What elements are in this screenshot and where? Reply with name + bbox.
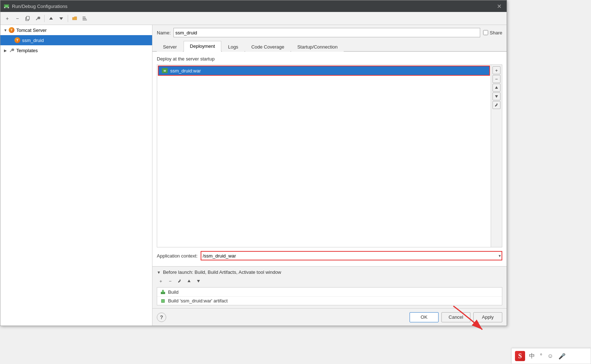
svg-rect-5 (26, 16, 29, 20)
cancel-button[interactable]: Cancel (441, 312, 470, 322)
toolbar-separator-1 (44, 15, 45, 22)
deploy-edit-button[interactable] (492, 101, 500, 109)
name-input[interactable] (173, 28, 480, 37)
bl-edit-icon (177, 279, 182, 283)
tab-startup-connection[interactable]: Startup/Connection (291, 42, 344, 52)
templates-icon (8, 47, 15, 54)
bl-add-button[interactable]: + (157, 277, 165, 285)
bl-remove-button[interactable]: − (166, 277, 174, 285)
before-launch-toggle[interactable]: ▼ (157, 270, 161, 275)
apply-button[interactable]: Apply (473, 312, 502, 322)
before-launch-toolbar: + − (157, 277, 502, 285)
edit-icon (494, 103, 499, 107)
deploy-section-label: Deploy at the server startup (157, 56, 502, 62)
move-down-button[interactable] (56, 14, 66, 23)
war-artifact-icon: W (162, 67, 168, 74)
tree-tomcat-group[interactable]: ▼ T Tomcat Server (0, 25, 152, 35)
config-button[interactable] (33, 14, 42, 23)
tab-deployment[interactable]: Deployment (184, 41, 221, 52)
sort-button[interactable] (80, 14, 89, 23)
deploy-move-up-button[interactable] (492, 84, 500, 92)
templates-expand-toggle[interactable]: ▶ (3, 47, 8, 53)
tomcat-group-icon: T (8, 27, 15, 33)
before-launch-title: Before launch: Build, Build Artifacts, A… (163, 269, 281, 275)
ssm-druid-icon: T (14, 37, 21, 43)
build-icon (160, 289, 166, 295)
bl-up-icon (187, 279, 191, 283)
tree-templates[interactable]: ▶ Templates (0, 45, 152, 55)
right-panel: Name: Share Server Deployment Logs Code … (152, 25, 507, 326)
title-bar-icon (3, 3, 10, 9)
bl-item-build-artifact: Build 'ssm_druid:war' artifact (157, 296, 502, 305)
main-content: ▼ T Tomcat Server T ssm_druid ▶ (0, 25, 507, 326)
before-launch-section: ▼ Before launch: Build, Build Artifacts,… (152, 266, 507, 308)
deploy-list: W ssm_druid:war (157, 65, 491, 247)
name-label: Name: (157, 30, 171, 35)
deploy-item-ssm-druid-war[interactable]: W ssm_druid:war (158, 66, 490, 76)
svg-rect-13 (162, 300, 164, 302)
ime-btn-chinese[interactable]: 中 (528, 352, 536, 361)
tree-ssm-druid[interactable]: T ssm_druid (0, 35, 152, 45)
deploy-down-icon (495, 95, 498, 98)
tab-logs[interactable]: Logs (222, 42, 244, 52)
artifact-icon (160, 298, 166, 304)
footer: ? OK Cancel Apply (152, 308, 507, 326)
app-context-row: Application context: ▼ (157, 247, 502, 262)
bl-edit-button[interactable] (176, 277, 184, 285)
app-context-input-wrap: ▼ (201, 251, 502, 260)
run-debug-dialog: Run/Debug Configurations ✕ + − (0, 0, 507, 326)
folder-icon (72, 16, 77, 21)
arrow-up-icon (49, 16, 53, 21)
deploy-item-label: ssm_druid:war (170, 68, 201, 74)
tab-content-deployment: Deploy at the server startup W ssm_druid… (152, 52, 507, 266)
toolbar: + − (0, 12, 507, 25)
folder-button[interactable] (70, 14, 79, 23)
svg-rect-1 (5, 5, 8, 7)
before-launch-header: ▼ Before launch: Build, Build Artifacts,… (157, 269, 502, 275)
add-config-button[interactable]: + (3, 14, 12, 23)
ok-button[interactable]: OK (410, 312, 439, 322)
ssm-druid-label: ssm_druid (22, 38, 150, 43)
bl-item-build-artifact-label: Build 'ssm_druid:war' artifact (168, 298, 228, 304)
tabs-bar: Server Deployment Logs Code Coverage Sta… (152, 40, 507, 52)
ime-btn-emoji[interactable]: ☺ (546, 352, 554, 360)
svg-point-3 (8, 7, 9, 8)
wrench-icon (35, 16, 40, 21)
share-row: Share (483, 30, 502, 35)
ime-btn-dot[interactable]: ° (538, 352, 544, 360)
left-panel: ▼ T Tomcat Server T ssm_druid ▶ (0, 25, 152, 326)
app-context-label: Application context: (157, 253, 198, 259)
remove-config-button[interactable]: − (13, 14, 22, 23)
bl-down-icon (197, 279, 200, 283)
templates-label: Templates (16, 48, 150, 53)
ime-btn-voice[interactable]: 🎤 (557, 352, 567, 360)
bl-item-build: Build (157, 288, 502, 296)
tree-collapse-toggle[interactable]: ▼ (3, 27, 8, 33)
title-bar: Run/Debug Configurations ✕ (0, 0, 507, 12)
tab-code-coverage[interactable]: Code Coverage (245, 42, 290, 52)
help-button[interactable]: ? (157, 313, 166, 322)
arrow-down-icon (59, 16, 63, 21)
deploy-remove-button[interactable]: − (492, 75, 500, 83)
ime-bar: S 中 ° ☺ 🎤 (511, 348, 591, 364)
close-button[interactable]: ✕ (495, 2, 504, 11)
ime-logo: S (515, 351, 525, 361)
deploy-add-button[interactable]: + (492, 66, 500, 74)
app-context-input[interactable] (201, 251, 502, 260)
svg-point-2 (4, 7, 5, 8)
deploy-list-side-buttons: + − (491, 65, 502, 247)
title-bar-title: Run/Debug Configurations (12, 4, 495, 9)
bl-move-up-button[interactable] (185, 277, 193, 285)
share-checkbox[interactable] (483, 30, 488, 35)
deploy-up-icon (495, 86, 498, 89)
deploy-move-down-button[interactable] (492, 92, 500, 100)
before-launch-list: Build Build 'ssm_druid:war' artifact (157, 287, 502, 305)
copy-config-button[interactable] (23, 14, 32, 23)
bl-item-build-label: Build (168, 289, 179, 295)
move-up-button[interactable] (46, 14, 56, 23)
tab-server[interactable]: Server (157, 42, 183, 52)
tomcat-group-label: Tomcat Server (16, 28, 150, 33)
bl-move-down-button[interactable] (194, 277, 202, 285)
copy-icon (25, 16, 30, 21)
share-label: Share (490, 30, 502, 35)
